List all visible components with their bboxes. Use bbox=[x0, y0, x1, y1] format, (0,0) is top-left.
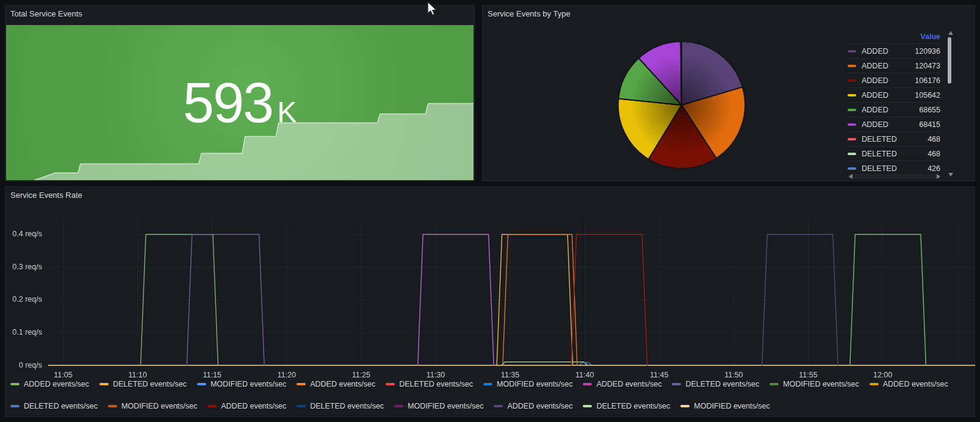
pie-legend-table: Value ADDED120936ADDED120473ADDED106176A… bbox=[848, 30, 940, 175]
rate-chart bbox=[48, 219, 975, 366]
y-axis-labels: 0 req/s0.1 req/s0.2 req/s0.3 req/s0.4 re… bbox=[5, 219, 42, 366]
x-axis-tick-label: 11:50 bbox=[724, 371, 743, 379]
series-color-swatch-icon bbox=[672, 383, 681, 385]
stat-sparkline-chart bbox=[6, 25, 474, 180]
pie-legend-value: 105642 bbox=[915, 91, 940, 100]
rate-legend-item[interactable]: MODIFIED events/sec bbox=[197, 380, 286, 388]
rate-legend-item[interactable]: MODIFIED events/sec bbox=[769, 380, 859, 388]
panel-total-service-events: Total Service Events 593 K bbox=[5, 5, 475, 181]
series-color-swatch-icon bbox=[297, 383, 306, 385]
series-color-swatch-icon bbox=[583, 383, 592, 385]
x-axis-tick-label: 11:35 bbox=[501, 371, 519, 379]
rate-legend-item[interactable]: DELETED events/sec bbox=[10, 402, 98, 410]
y-axis-tick-label: 0.1 req/s bbox=[12, 328, 42, 337]
legend-horizontal-scrollbar[interactable] bbox=[848, 174, 940, 179]
pie-legend-row[interactable]: DELETED426 bbox=[848, 161, 940, 175]
panel-title-service-events-by-type[interactable]: Service Events by Type bbox=[483, 5, 975, 22]
x-axis-tick-label: 11:55 bbox=[799, 371, 817, 379]
rate-legend-item[interactable]: ADDED events/sec bbox=[297, 380, 375, 388]
series-color-swatch-icon bbox=[583, 405, 592, 407]
y-axis-tick-label: 0.2 req/s bbox=[12, 295, 42, 304]
rate-legend-item[interactable]: ADDED events/sec bbox=[10, 380, 89, 388]
x-axis-tick-label: 11:05 bbox=[54, 371, 72, 379]
rate-legend-label: DELETED events/sec bbox=[596, 402, 670, 410]
rate-legend-label: DELETED events/sec bbox=[310, 402, 384, 410]
legend-vertical-scrollbar-thumb[interactable] bbox=[948, 37, 951, 84]
series-color-swatch-icon bbox=[680, 405, 690, 407]
y-axis-tick-label: 0.4 req/s bbox=[12, 230, 42, 238]
pie-legend-row[interactable]: ADDED68415 bbox=[848, 117, 940, 131]
panel-title-total-service-events[interactable]: Total Service Events bbox=[5, 5, 474, 22]
rate-legend-item[interactable]: DELETED events/sec bbox=[386, 380, 473, 388]
rate-legend-item[interactable]: MODIFIED events/sec bbox=[394, 402, 483, 410]
pie-legend-rows: ADDED120936ADDED120473ADDED106176ADDED10… bbox=[848, 43, 940, 175]
pie-legend-row[interactable]: ADDED105642 bbox=[848, 87, 940, 102]
pie-legend-row[interactable]: ADDED68655 bbox=[848, 102, 940, 117]
rate-legend-label: MODIFIED events/sec bbox=[211, 380, 286, 388]
rate-legend-label: DELETED events/sec bbox=[685, 380, 759, 388]
series-color-swatch-icon bbox=[483, 383, 492, 385]
rate-legend-item[interactable]: MODIFIED events/sec bbox=[483, 380, 572, 388]
pie-legend-value: 120473 bbox=[915, 62, 940, 70]
series-color-swatch-icon bbox=[108, 405, 117, 407]
scroll-up-icon[interactable] bbox=[948, 31, 953, 35]
series-color-swatch-icon bbox=[10, 383, 20, 385]
rate-legend-item[interactable]: ADDED events/sec bbox=[494, 402, 572, 410]
panel-title-text: Service Events Rate bbox=[10, 191, 82, 200]
rate-legend-label: MODIFIED events/sec bbox=[408, 402, 483, 410]
pie-legend-row[interactable]: ADDED120473 bbox=[848, 58, 940, 73]
rate-legend-label: ADDED events/sec bbox=[310, 380, 375, 388]
rate-legend-item[interactable]: MODIFIED events/sec bbox=[680, 402, 769, 410]
pie-chart[interactable] bbox=[616, 39, 748, 171]
rate-legend: ADDED events/secDELETED events/secMODIFI… bbox=[10, 380, 972, 410]
series-color-swatch-icon bbox=[848, 79, 856, 82]
series-color-swatch-icon bbox=[297, 405, 306, 407]
scroll-left-icon[interactable] bbox=[849, 174, 852, 179]
pie-legend-row[interactable]: DELETED468 bbox=[848, 146, 940, 161]
series-color-swatch-icon bbox=[10, 405, 20, 407]
x-axis-tick-label: 12:00 bbox=[873, 371, 892, 379]
scroll-right-icon[interactable] bbox=[937, 174, 940, 179]
panel-title-text: Service Events by Type bbox=[488, 9, 571, 18]
x-axis-tick-label: 11:45 bbox=[650, 371, 668, 379]
rate-legend-item[interactable]: ADDED events/sec bbox=[207, 402, 286, 410]
rate-legend-item[interactable]: ADDED events/sec bbox=[870, 380, 948, 388]
series-color-swatch-icon bbox=[494, 405, 503, 407]
rate-legend-label: ADDED events/sec bbox=[221, 402, 286, 410]
pie-legend-value: 68655 bbox=[919, 106, 940, 114]
rate-legend-item[interactable]: ADDED events/sec bbox=[583, 380, 661, 388]
pie-legend-value: 106176 bbox=[915, 76, 940, 85]
x-axis-tick-label: 11:30 bbox=[427, 371, 445, 379]
series-color-swatch-icon bbox=[848, 50, 856, 53]
pie-legend-label: ADDED bbox=[862, 62, 888, 70]
rate-legend-item[interactable]: DELETED events/sec bbox=[99, 380, 187, 388]
rate-legend-label: MODIFIED events/sec bbox=[121, 402, 197, 410]
rate-legend-label: ADDED events/sec bbox=[883, 380, 948, 388]
x-axis-tick-label: 11:20 bbox=[278, 371, 296, 379]
rate-legend-item[interactable]: DELETED events/sec bbox=[583, 402, 670, 410]
series-color-swatch-icon bbox=[207, 405, 217, 407]
y-axis-tick-label: 0 req/s bbox=[19, 361, 42, 369]
pie-legend-row[interactable]: DELETED468 bbox=[848, 131, 940, 146]
scroll-down-icon[interactable] bbox=[948, 173, 953, 176]
x-axis-tick-label: 11:15 bbox=[203, 371, 221, 379]
series-color-swatch-icon bbox=[848, 109, 856, 111]
series-color-swatch-icon bbox=[870, 383, 879, 385]
series-color-swatch-icon bbox=[386, 383, 395, 385]
series-color-swatch-icon bbox=[394, 405, 403, 407]
rate-plot-area[interactable] bbox=[48, 219, 975, 366]
panel-service-events-by-type: Service Events by Type Value ADDED120936… bbox=[482, 5, 975, 181]
pie-legend-value: 468 bbox=[928, 150, 940, 158]
rate-legend-item[interactable]: DELETED events/sec bbox=[672, 380, 759, 388]
rate-legend-label: MODIFIED events/sec bbox=[783, 380, 859, 388]
rate-legend-item[interactable]: DELETED events/sec bbox=[297, 402, 384, 410]
series-color-swatch-icon bbox=[769, 383, 779, 385]
sparkline-area bbox=[35, 104, 474, 180]
pie-legend-value-column-header[interactable]: Value bbox=[848, 30, 940, 43]
rate-legend-item[interactable]: MODIFIED events/sec bbox=[108, 402, 197, 410]
panel-title-service-events-rate[interactable]: Service Events Rate bbox=[5, 187, 975, 203]
pie-legend-row[interactable]: ADDED106176 bbox=[848, 73, 940, 87]
series-color-swatch-icon bbox=[99, 383, 109, 385]
pie-legend-row[interactable]: ADDED120936 bbox=[848, 43, 940, 58]
rate-legend-label: ADDED events/sec bbox=[507, 402, 572, 410]
